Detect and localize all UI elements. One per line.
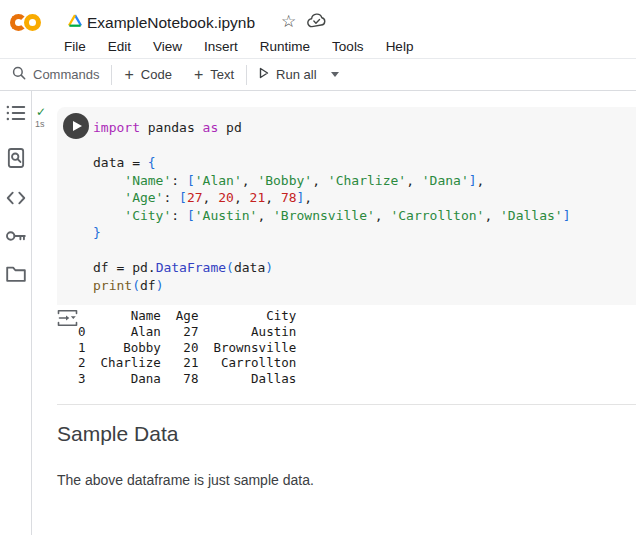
run-cell-button[interactable] xyxy=(63,113,89,139)
commands-button[interactable]: Commands xyxy=(12,66,99,83)
code-editor[interactable]: import pandas as pd data = { 'Name': ['A… xyxy=(93,119,570,294)
colab-logo[interactable] xyxy=(10,12,48,34)
add-text-label: Text xyxy=(210,67,234,82)
search-icon xyxy=(12,66,26,83)
play-outline-icon xyxy=(259,67,269,82)
cell-output-area: Name Age City 0 Alan 27 Austin 1 Bobby 2… xyxy=(57,305,636,404)
colab-logo-right-ring xyxy=(24,14,41,31)
commands-label: Commands xyxy=(33,67,99,82)
menu-runtime[interactable]: Runtime xyxy=(249,39,321,54)
menu-bar: File Edit View Insert Runtime Tools Help xyxy=(53,34,424,58)
left-sidebar xyxy=(0,91,32,535)
find-replace-icon[interactable] xyxy=(5,147,27,169)
run-all-button[interactable]: Run all xyxy=(259,67,316,82)
toolbar-divider xyxy=(246,65,247,85)
markdown-cell[interactable]: Sample Data The above dataframe is just … xyxy=(57,410,636,510)
table-of-contents-icon[interactable] xyxy=(5,102,27,124)
toolbar-divider xyxy=(111,65,112,85)
add-text-button[interactable]: + Text xyxy=(194,66,234,84)
menu-edit[interactable]: Edit xyxy=(97,39,142,54)
code-snippets-icon[interactable] xyxy=(5,187,27,209)
menu-tools[interactable]: Tools xyxy=(321,39,375,54)
plus-icon: + xyxy=(194,66,203,84)
add-code-button[interactable]: + Code xyxy=(124,66,171,84)
cell-success-check-icon: ✓ xyxy=(36,105,46,119)
cell-divider xyxy=(57,404,636,405)
colab-window: ExampleNotebook.ipynb ☆ File Edit View I… xyxy=(0,0,636,535)
markdown-heading: Sample Data xyxy=(57,422,178,446)
menu-file[interactable]: File xyxy=(53,39,97,54)
menu-help[interactable]: Help xyxy=(375,39,425,54)
menu-insert[interactable]: Insert xyxy=(193,39,249,54)
cell-execution-time: 1s xyxy=(35,119,45,129)
files-folder-icon[interactable] xyxy=(5,263,27,285)
code-cell: import pandas as pd data = { 'Name': ['A… xyxy=(57,107,636,305)
plus-icon: + xyxy=(124,66,133,84)
secrets-key-icon[interactable] xyxy=(5,225,27,247)
run-all-dropdown-caret[interactable] xyxy=(331,72,339,77)
menu-view[interactable]: View xyxy=(142,39,193,54)
markdown-paragraph: The above dataframe is just sample data. xyxy=(57,472,314,488)
output-options-icon[interactable] xyxy=(56,308,79,332)
notebook-toolbar: Commands + Code + Text Run all xyxy=(0,58,636,91)
cell-output-text: Name Age City 0 Alan 27 Austin 1 Bobby 2… xyxy=(78,308,296,387)
cloud-saved-icon[interactable] xyxy=(306,13,327,33)
run-all-label: Run all xyxy=(276,67,316,82)
play-icon xyxy=(73,121,82,131)
google-drive-icon xyxy=(67,13,83,32)
add-code-label: Code xyxy=(141,67,172,82)
star-icon[interactable]: ☆ xyxy=(281,11,296,32)
notebook-title[interactable]: ExampleNotebook.ipynb xyxy=(87,14,255,32)
